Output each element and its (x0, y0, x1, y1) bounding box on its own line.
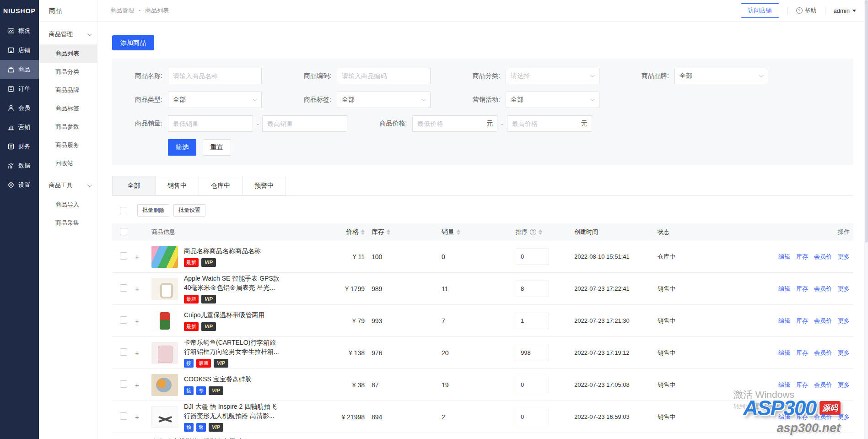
sidebar-item-overview[interactable]: 概况 (0, 22, 39, 41)
goods-name-input[interactable] (168, 68, 262, 84)
product-title[interactable]: 小米 米家投影仪2 投影仪家用 家 (151, 437, 243, 439)
subnav-group-goods-manage[interactable]: 商品管理 (39, 24, 97, 44)
sidebar-item-data[interactable]: 数据 (0, 156, 39, 175)
type-select[interactable]: 全部 (168, 92, 262, 108)
activity-select[interactable]: 全部 (506, 92, 599, 108)
row-checkbox[interactable] (120, 252, 127, 260)
more-link[interactable]: 更多 (838, 349, 850, 357)
more-link[interactable]: 更多 (838, 413, 850, 421)
product-image[interactable] (151, 374, 178, 396)
member-price-link[interactable]: 会员价 (814, 413, 832, 421)
subnav-item-goods-brand[interactable]: 商品品牌 (39, 81, 97, 99)
batch-set-button[interactable]: 批量设置 (173, 204, 205, 217)
brand-select[interactable]: 全部 (674, 68, 768, 84)
sidebar-item-orders[interactable]: 订单 (0, 79, 39, 98)
more-link[interactable]: 更多 (838, 381, 850, 389)
more-link[interactable]: 更多 (838, 253, 850, 261)
sales-min-input[interactable] (168, 115, 253, 132)
tab-warning[interactable]: 预警中 (243, 176, 286, 195)
sort-input[interactable] (516, 345, 549, 361)
edit-link[interactable]: 编辑 (778, 317, 790, 325)
product-title-line2[interactable]: 行箱铝框万向轮男女学生拉杆箱... (184, 347, 279, 356)
sort-input[interactable] (516, 409, 549, 425)
product-title[interactable]: 商品名称商品名称商品名称 (184, 246, 261, 255)
product-title[interactable]: DJI 大疆 悟 Inspire 2 四轴航拍飞 (184, 402, 276, 411)
product-title[interactable]: 卡帝乐鳄鱼(CARTELO)行李箱旅 (184, 338, 279, 347)
sales-max-input[interactable] (262, 115, 347, 132)
sort-input[interactable] (516, 281, 549, 297)
price-min-input[interactable] (412, 115, 497, 132)
scrollbar[interactable] (864, 0, 868, 439)
select-all-checkbox[interactable] (120, 207, 127, 214)
row-checkbox[interactable] (120, 316, 127, 324)
filter-button[interactable]: 筛选 (168, 139, 196, 156)
col-sort[interactable]: 排序? (516, 228, 542, 236)
tab-on-sale[interactable]: 销售中 (156, 176, 199, 195)
row-checkbox[interactable] (120, 412, 127, 420)
sidebar-item-shop[interactable]: 店铺 (0, 41, 39, 60)
stock-link[interactable]: 库存 (796, 413, 808, 421)
product-title[interactable]: Cuipo儿童保温杯带吸管两用 (184, 310, 265, 320)
subnav-item-goods-service[interactable]: 商品服务 (39, 136, 97, 154)
stock-link[interactable]: 库存 (796, 349, 808, 357)
edit-link[interactable]: 编辑 (778, 349, 790, 357)
tag-select[interactable]: 全部 (337, 92, 431, 108)
more-link[interactable]: 更多 (838, 317, 850, 325)
category-select[interactable]: 请选择 (506, 68, 599, 84)
product-image[interactable] (151, 278, 178, 300)
sidebar-item-marketing[interactable]: 营销 (0, 118, 39, 137)
breadcrumb-parent[interactable]: 商品管理 (110, 6, 134, 15)
scrollbar-thumb[interactable] (865, 0, 868, 243)
help-button[interactable]: ? 帮助 (796, 6, 817, 15)
member-price-link[interactable]: 会员价 (814, 253, 832, 261)
member-price-link[interactable]: 会员价 (814, 285, 832, 293)
subnav-item-recycle-bin[interactable]: 回收站 (39, 154, 97, 173)
product-image[interactable] (151, 310, 178, 332)
reset-button[interactable]: 重置 (203, 139, 231, 156)
goods-code-input[interactable] (337, 68, 431, 84)
tab-all[interactable]: 全部 (112, 176, 156, 195)
subnav-item-goods-list[interactable]: 商品列表 (39, 44, 97, 63)
member-price-link[interactable]: 会员价 (814, 317, 832, 325)
product-title[interactable]: COOKSS 宝宝餐盘硅胶 (184, 374, 252, 384)
sidebar-item-settings[interactable]: 设置 (0, 175, 39, 195)
row-expander[interactable]: + (135, 413, 151, 421)
product-title[interactable]: Apple Watch SE 智能手表 GPS款 (184, 274, 280, 283)
add-goods-button[interactable]: 添加商品 (112, 35, 154, 50)
row-expander[interactable]: + (135, 317, 151, 325)
row-expander[interactable]: + (135, 349, 151, 357)
subnav-group-goods-tools[interactable]: 商品工具 (39, 175, 97, 195)
visit-shop-button[interactable]: 访问店铺 (741, 3, 779, 18)
col-sales[interactable]: 销量 (442, 228, 460, 236)
product-image[interactable] (151, 406, 178, 428)
sort-help-icon[interactable]: ? (530, 229, 536, 235)
row-checkbox[interactable] (120, 380, 127, 388)
sidebar-item-finance[interactable]: 财务 (0, 137, 39, 156)
user-menu[interactable]: admin (834, 7, 856, 14)
row-expander[interactable]: + (135, 285, 151, 293)
subnav-item-goods-collect[interactable]: 商品采集 (39, 214, 97, 232)
subnav-item-goods-import[interactable]: 商品导入 (39, 195, 97, 214)
stock-link[interactable]: 库存 (796, 285, 808, 293)
col-price[interactable]: 价格 (346, 228, 365, 236)
sidebar-item-goods[interactable]: 商品 (0, 60, 39, 79)
stock-link[interactable]: 库存 (796, 253, 808, 261)
sort-input[interactable] (516, 313, 549, 329)
sort-input[interactable] (516, 249, 549, 265)
subnav-item-goods-param[interactable]: 商品参数 (39, 118, 97, 136)
col-stock[interactable]: 库存 (372, 228, 390, 236)
member-price-link[interactable]: 会员价 (814, 381, 832, 389)
product-title-line2[interactable]: 40毫米米金色铝金属表壳 星光... (184, 283, 280, 292)
edit-link[interactable]: 编辑 (778, 381, 790, 389)
edit-link[interactable]: 编辑 (778, 253, 790, 261)
member-price-link[interactable]: 会员价 (814, 349, 832, 357)
price-max-input[interactable] (507, 115, 592, 132)
tab-in-warehouse[interactable]: 仓库中 (199, 176, 243, 195)
row-expander[interactable]: + (135, 253, 151, 260)
edit-link[interactable]: 编辑 (778, 413, 790, 421)
product-image[interactable] (151, 246, 178, 268)
header-checkbox[interactable] (120, 228, 127, 235)
subnav-item-goods-tag[interactable]: 商品标签 (39, 99, 97, 118)
batch-delete-button[interactable]: 批量删除 (137, 204, 169, 217)
stock-link[interactable]: 库存 (796, 381, 808, 389)
